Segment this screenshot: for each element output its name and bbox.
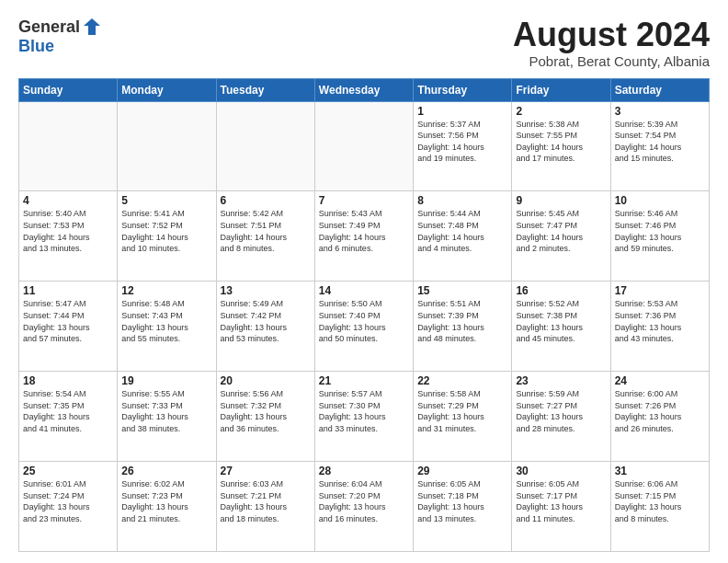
day-info: Sunrise: 6:03 AM Sunset: 7:21 PM Dayligh… [221, 478, 311, 524]
day-cell: 1Sunrise: 5:37 AM Sunset: 7:56 PM Daylig… [414, 101, 512, 191]
day-cell: 29Sunrise: 6:05 AM Sunset: 7:18 PM Dayli… [414, 462, 512, 552]
day-cell: 18Sunrise: 5:54 AM Sunset: 7:35 PM Dayli… [19, 372, 118, 462]
day-info: Sunrise: 5:49 AM Sunset: 7:42 PM Dayligh… [221, 298, 311, 344]
location-subtitle: Pobrat, Berat County, Albania [513, 53, 710, 69]
day-cell: 12Sunrise: 5:48 AM Sunset: 7:43 PM Dayli… [118, 282, 216, 372]
day-cell: 20Sunrise: 5:56 AM Sunset: 7:32 PM Dayli… [216, 372, 314, 462]
title-block: August 2024 Pobrat, Berat County, Albani… [513, 17, 710, 69]
day-cell: 30Sunrise: 6:05 AM Sunset: 7:17 PM Dayli… [512, 462, 610, 552]
day-cell: 28Sunrise: 6:04 AM Sunset: 7:20 PM Dayli… [314, 462, 413, 552]
day-cell: 14Sunrise: 5:50 AM Sunset: 7:40 PM Dayli… [314, 282, 413, 372]
week-row-5: 25Sunrise: 6:01 AM Sunset: 7:24 PM Dayli… [19, 462, 710, 552]
day-info: Sunrise: 5:44 AM Sunset: 7:48 PM Dayligh… [417, 208, 507, 254]
day-cell: 2Sunrise: 5:38 AM Sunset: 7:55 PM Daylig… [512, 101, 610, 191]
day-info: Sunrise: 6:04 AM Sunset: 7:20 PM Dayligh… [319, 478, 409, 524]
day-cell: 4Sunrise: 5:40 AM Sunset: 7:53 PM Daylig… [19, 191, 118, 282]
day-number: 25 [23, 465, 113, 477]
day-number: 12 [121, 284, 211, 297]
day-info: Sunrise: 6:02 AM Sunset: 7:23 PM Dayligh… [121, 478, 211, 524]
day-number: 18 [23, 374, 113, 387]
day-number: 28 [319, 465, 409, 477]
day-number: 19 [121, 374, 211, 387]
day-number: 23 [516, 374, 606, 387]
svg-marker-0 [84, 18, 100, 35]
day-cell [314, 101, 413, 191]
header-row: Sunday Monday Tuesday Wednesday Thursday… [19, 78, 710, 101]
col-tuesday: Tuesday [216, 78, 314, 101]
day-cell [216, 101, 314, 191]
day-number: 10 [615, 194, 705, 207]
day-number: 13 [221, 284, 311, 297]
day-cell: 23Sunrise: 5:59 AM Sunset: 7:27 PM Dayli… [512, 372, 610, 462]
day-info: Sunrise: 5:57 AM Sunset: 7:30 PM Dayligh… [319, 388, 409, 434]
day-info: Sunrise: 5:40 AM Sunset: 7:53 PM Dayligh… [23, 208, 113, 254]
day-info: Sunrise: 6:01 AM Sunset: 7:24 PM Dayligh… [23, 478, 113, 524]
day-info: Sunrise: 5:38 AM Sunset: 7:55 PM Dayligh… [516, 119, 606, 165]
day-cell: 16Sunrise: 5:52 AM Sunset: 7:38 PM Dayli… [512, 282, 610, 372]
day-cell: 11Sunrise: 5:47 AM Sunset: 7:44 PM Dayli… [19, 282, 118, 372]
day-info: Sunrise: 5:37 AM Sunset: 7:56 PM Dayligh… [417, 119, 507, 165]
day-number: 7 [319, 194, 409, 207]
col-friday: Friday [512, 78, 610, 101]
day-cell: 8Sunrise: 5:44 AM Sunset: 7:48 PM Daylig… [414, 191, 512, 282]
day-cell: 25Sunrise: 6:01 AM Sunset: 7:24 PM Dayli… [19, 462, 118, 552]
week-row-1: 1Sunrise: 5:37 AM Sunset: 7:56 PM Daylig… [19, 101, 710, 191]
week-row-3: 11Sunrise: 5:47 AM Sunset: 7:44 PM Dayli… [19, 282, 710, 372]
day-info: Sunrise: 5:56 AM Sunset: 7:32 PM Dayligh… [221, 388, 311, 434]
day-number: 31 [615, 465, 705, 477]
day-info: Sunrise: 5:55 AM Sunset: 7:33 PM Dayligh… [121, 388, 211, 434]
day-info: Sunrise: 5:54 AM Sunset: 7:35 PM Dayligh… [23, 388, 113, 434]
day-cell: 26Sunrise: 6:02 AM Sunset: 7:23 PM Dayli… [118, 462, 216, 552]
col-sunday: Sunday [19, 78, 118, 101]
day-number: 15 [417, 284, 507, 297]
day-cell: 19Sunrise: 5:55 AM Sunset: 7:33 PM Dayli… [118, 372, 216, 462]
day-cell: 13Sunrise: 5:49 AM Sunset: 7:42 PM Dayli… [216, 282, 314, 372]
day-cell: 5Sunrise: 5:41 AM Sunset: 7:52 PM Daylig… [118, 191, 216, 282]
day-info: Sunrise: 6:05 AM Sunset: 7:18 PM Dayligh… [417, 478, 507, 524]
day-info: Sunrise: 5:48 AM Sunset: 7:43 PM Dayligh… [121, 298, 211, 344]
day-info: Sunrise: 6:05 AM Sunset: 7:17 PM Dayligh… [516, 478, 606, 524]
col-saturday: Saturday [610, 78, 709, 101]
day-cell: 3Sunrise: 5:39 AM Sunset: 7:54 PM Daylig… [610, 101, 709, 191]
logo-general-text: General [18, 17, 80, 37]
day-info: Sunrise: 6:06 AM Sunset: 7:15 PM Dayligh… [615, 478, 705, 524]
day-number: 8 [417, 194, 507, 207]
day-cell: 21Sunrise: 5:57 AM Sunset: 7:30 PM Dayli… [314, 372, 413, 462]
day-number: 1 [417, 105, 507, 118]
day-info: Sunrise: 5:53 AM Sunset: 7:36 PM Dayligh… [615, 298, 705, 344]
day-info: Sunrise: 6:00 AM Sunset: 7:26 PM Dayligh… [615, 388, 705, 434]
day-cell: 27Sunrise: 6:03 AM Sunset: 7:21 PM Dayli… [216, 462, 314, 552]
day-cell: 9Sunrise: 5:45 AM Sunset: 7:47 PM Daylig… [512, 191, 610, 282]
day-number: 24 [615, 374, 705, 387]
day-cell: 7Sunrise: 5:43 AM Sunset: 7:49 PM Daylig… [314, 191, 413, 282]
day-number: 30 [516, 465, 606, 477]
day-cell [118, 101, 216, 191]
day-number: 27 [221, 465, 311, 477]
day-number: 2 [516, 105, 606, 118]
col-monday: Monday [118, 78, 216, 101]
logo-bird-icon [82, 17, 102, 37]
day-number: 20 [221, 374, 311, 387]
day-number: 26 [121, 465, 211, 477]
logo-blue-text: Blue [18, 37, 54, 55]
day-cell: 31Sunrise: 6:06 AM Sunset: 7:15 PM Dayli… [610, 462, 709, 552]
day-number: 3 [615, 105, 705, 118]
day-cell: 6Sunrise: 5:42 AM Sunset: 7:51 PM Daylig… [216, 191, 314, 282]
calendar-table: Sunday Monday Tuesday Wednesday Thursday… [18, 78, 710, 552]
day-info: Sunrise: 5:50 AM Sunset: 7:40 PM Dayligh… [319, 298, 409, 344]
week-row-2: 4Sunrise: 5:40 AM Sunset: 7:53 PM Daylig… [19, 191, 710, 282]
day-info: Sunrise: 5:41 AM Sunset: 7:52 PM Dayligh… [121, 208, 211, 254]
header: General Blue August 2024 Pobrat, Berat C… [18, 17, 710, 69]
day-number: 16 [516, 284, 606, 297]
day-cell: 24Sunrise: 6:00 AM Sunset: 7:26 PM Dayli… [610, 372, 709, 462]
day-info: Sunrise: 5:58 AM Sunset: 7:29 PM Dayligh… [417, 388, 507, 434]
day-info: Sunrise: 5:39 AM Sunset: 7:54 PM Dayligh… [615, 119, 705, 165]
day-number: 22 [417, 374, 507, 387]
day-info: Sunrise: 5:51 AM Sunset: 7:39 PM Dayligh… [417, 298, 507, 344]
col-wednesday: Wednesday [314, 78, 413, 101]
day-number: 6 [221, 194, 311, 207]
day-number: 9 [516, 194, 606, 207]
day-info: Sunrise: 5:59 AM Sunset: 7:27 PM Dayligh… [516, 388, 606, 434]
day-number: 5 [121, 194, 211, 207]
day-number: 17 [615, 284, 705, 297]
